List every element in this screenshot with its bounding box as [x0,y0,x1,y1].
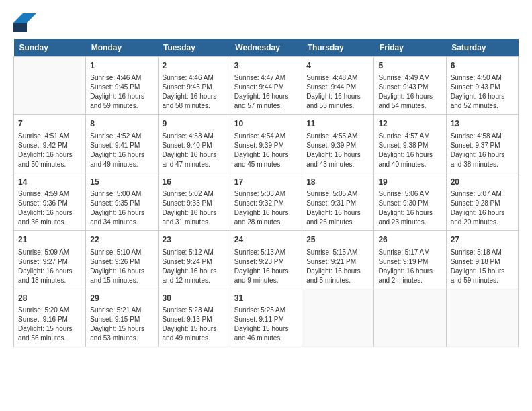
day-info: Sunrise: 4:51 AM Sunset: 9:42 PM Dayligh… [18,132,81,169]
calendar-cell: 22Sunrise: 5:10 AM Sunset: 9:26 PM Dayli… [86,231,158,289]
calendar-cell: 31Sunrise: 5:25 AM Sunset: 9:11 PM Dayli… [230,289,302,347]
calendar-cell: 17Sunrise: 5:03 AM Sunset: 9:32 PM Dayli… [230,173,302,230]
day-info: Sunrise: 5:18 AM Sunset: 9:18 PM Dayligh… [451,248,514,285]
day-info: Sunrise: 4:59 AM Sunset: 9:36 PM Dayligh… [18,189,81,227]
calendar-cell: 12Sunrise: 4:57 AM Sunset: 9:38 PM Dayli… [374,115,446,173]
calendar-cell: 27Sunrise: 5:18 AM Sunset: 9:18 PM Dayli… [446,231,518,289]
calendar-cell: 11Sunrise: 4:55 AM Sunset: 9:39 PM Dayli… [302,115,374,173]
calendar-cell: 26Sunrise: 5:17 AM Sunset: 9:19 PM Dayli… [374,231,446,289]
dow-header: Tuesday [158,39,230,57]
day-info: Sunrise: 4:54 AM Sunset: 9:39 PM Dayligh… [234,132,298,169]
day-number: 1 [90,60,153,72]
calendar-cell: 3Sunrise: 4:47 AM Sunset: 9:44 PM Daylig… [230,57,302,115]
dow-header: Sunday [14,39,86,57]
calendar-cell [374,289,446,347]
day-info: Sunrise: 4:50 AM Sunset: 9:43 PM Dayligh… [451,73,514,111]
calendar-cell: 6Sunrise: 4:50 AM Sunset: 9:43 PM Daylig… [446,57,518,115]
day-number: 17 [234,177,298,188]
calendar-cell: 13Sunrise: 4:58 AM Sunset: 9:37 PM Dayli… [446,115,518,173]
day-number: 2 [163,60,226,72]
day-number: 11 [306,118,369,130]
calendar-cell [446,289,518,347]
day-info: Sunrise: 5:07 AM Sunset: 9:28 PM Dayligh… [451,189,514,227]
calendar-cell: 15Sunrise: 5:00 AM Sunset: 9:35 PM Dayli… [86,173,158,230]
day-info: Sunrise: 4:53 AM Sunset: 9:40 PM Dayligh… [163,132,226,169]
calendar-cell: 14Sunrise: 4:59 AM Sunset: 9:36 PM Dayli… [14,173,86,230]
day-number: 18 [306,177,369,188]
logo [13,13,36,34]
day-number: 14 [18,177,81,188]
day-info: Sunrise: 4:46 AM Sunset: 9:45 PM Dayligh… [163,73,226,111]
calendar-cell: 4Sunrise: 4:48 AM Sunset: 9:44 PM Daylig… [302,57,374,115]
day-info: Sunrise: 5:20 AM Sunset: 9:16 PM Dayligh… [18,306,81,343]
day-info: Sunrise: 5:05 AM Sunset: 9:31 PM Dayligh… [306,189,369,227]
dow-header: Thursday [302,39,374,57]
calendar-cell [14,57,86,115]
day-number: 26 [378,234,441,246]
dow-header: Monday [86,39,158,57]
day-info: Sunrise: 4:47 AM Sunset: 9:44 PM Dayligh… [234,73,298,111]
day-number: 8 [90,118,153,130]
day-number: 4 [306,60,369,72]
svg-marker-1 [13,13,36,23]
day-info: Sunrise: 5:21 AM Sunset: 9:15 PM Dayligh… [90,306,153,343]
day-number: 22 [90,234,153,246]
day-number: 20 [451,177,514,188]
logo-icon [13,13,36,32]
day-info: Sunrise: 5:00 AM Sunset: 9:35 PM Dayligh… [90,189,153,227]
day-info: Sunrise: 5:12 AM Sunset: 9:24 PM Dayligh… [163,248,226,285]
day-info: Sunrise: 5:15 AM Sunset: 9:21 PM Dayligh… [306,248,369,285]
day-number: 28 [18,293,81,304]
day-info: Sunrise: 5:09 AM Sunset: 9:27 PM Dayligh… [18,248,81,285]
day-info: Sunrise: 5:02 AM Sunset: 9:33 PM Dayligh… [163,189,226,227]
day-info: Sunrise: 4:55 AM Sunset: 9:39 PM Dayligh… [306,132,369,169]
day-number: 12 [378,118,441,130]
calendar-cell: 23Sunrise: 5:12 AM Sunset: 9:24 PM Dayli… [158,231,230,289]
day-number: 29 [90,293,153,304]
calendar-cell: 19Sunrise: 5:06 AM Sunset: 9:30 PM Dayli… [374,173,446,230]
day-number: 9 [163,118,226,130]
day-info: Sunrise: 5:03 AM Sunset: 9:32 PM Dayligh… [234,189,298,227]
day-info: Sunrise: 4:49 AM Sunset: 9:43 PM Dayligh… [378,73,441,111]
day-info: Sunrise: 4:57 AM Sunset: 9:38 PM Dayligh… [378,132,441,169]
calendar-cell: 8Sunrise: 4:52 AM Sunset: 9:41 PM Daylig… [86,115,158,173]
day-number: 31 [234,293,298,304]
dow-header: Wednesday [230,39,302,57]
day-number: 16 [163,177,226,188]
calendar-cell: 7Sunrise: 4:51 AM Sunset: 9:42 PM Daylig… [14,115,86,173]
day-number: 24 [234,234,298,246]
calendar-cell: 25Sunrise: 5:15 AM Sunset: 9:21 PM Dayli… [302,231,374,289]
day-number: 25 [306,234,369,246]
calendar-cell: 1Sunrise: 4:46 AM Sunset: 9:45 PM Daylig… [86,57,158,115]
day-number: 6 [451,60,514,72]
calendar-cell: 10Sunrise: 4:54 AM Sunset: 9:39 PM Dayli… [230,115,302,173]
day-number: 19 [378,177,441,188]
day-number: 7 [18,118,81,130]
day-info: Sunrise: 5:10 AM Sunset: 9:26 PM Dayligh… [90,248,153,285]
calendar-cell: 21Sunrise: 5:09 AM Sunset: 9:27 PM Dayli… [14,231,86,289]
calendar-cell: 24Sunrise: 5:13 AM Sunset: 9:23 PM Dayli… [230,231,302,289]
day-number: 27 [451,234,514,246]
dow-header: Saturday [446,39,518,57]
day-info: Sunrise: 5:06 AM Sunset: 9:30 PM Dayligh… [378,189,441,227]
calendar-cell: 29Sunrise: 5:21 AM Sunset: 9:15 PM Dayli… [86,289,158,347]
calendar-cell: 30Sunrise: 5:23 AM Sunset: 9:13 PM Dayli… [158,289,230,347]
day-number: 30 [163,293,226,304]
day-info: Sunrise: 4:48 AM Sunset: 9:44 PM Dayligh… [306,73,369,111]
calendar-cell: 18Sunrise: 5:05 AM Sunset: 9:31 PM Dayli… [302,173,374,230]
calendar-cell: 5Sunrise: 4:49 AM Sunset: 9:43 PM Daylig… [374,57,446,115]
dow-header: Friday [374,39,446,57]
calendar-cell [302,289,374,347]
svg-rect-0 [13,23,27,32]
day-number: 21 [18,234,81,246]
day-number: 5 [378,60,441,72]
day-number: 15 [90,177,153,188]
day-info: Sunrise: 5:17 AM Sunset: 9:19 PM Dayligh… [378,248,441,285]
calendar-cell: 20Sunrise: 5:07 AM Sunset: 9:28 PM Dayli… [446,173,518,230]
day-info: Sunrise: 4:58 AM Sunset: 9:37 PM Dayligh… [451,132,514,169]
calendar-cell: 16Sunrise: 5:02 AM Sunset: 9:33 PM Dayli… [158,173,230,230]
day-info: Sunrise: 5:13 AM Sunset: 9:23 PM Dayligh… [234,248,298,285]
calendar-cell: 2Sunrise: 4:46 AM Sunset: 9:45 PM Daylig… [158,57,230,115]
day-info: Sunrise: 5:23 AM Sunset: 9:13 PM Dayligh… [163,306,226,343]
day-info: Sunrise: 5:25 AM Sunset: 9:11 PM Dayligh… [234,306,298,343]
